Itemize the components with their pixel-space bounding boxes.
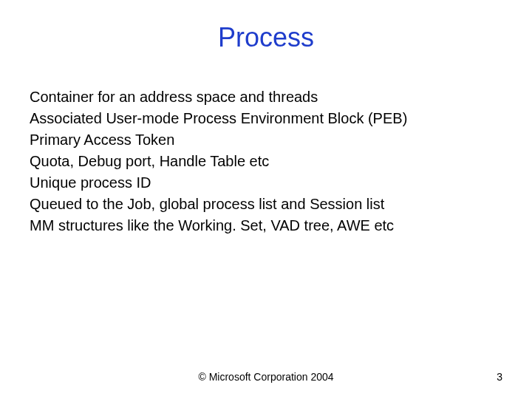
list-item: Associated User-mode Process Environment… <box>30 108 502 129</box>
page-number: 3 <box>497 371 502 383</box>
slide: Process Container for an address space a… <box>0 0 532 399</box>
bullet-list: Container for an address space and threa… <box>30 86 502 236</box>
list-item: Quota, Debug port, Handle Table etc <box>30 151 502 172</box>
slide-title: Process <box>30 22 502 53</box>
list-item: Container for an address space and threa… <box>30 86 502 108</box>
list-item: MM structures like the Working. Set, VAD… <box>30 215 502 236</box>
footer: © Microsoft Corporation 2004 3 <box>0 371 532 383</box>
copyright-text: © Microsoft Corporation 2004 <box>198 371 333 383</box>
list-item: Queued to the Job, global process list a… <box>30 194 502 215</box>
list-item: Primary Access Token <box>30 129 502 151</box>
list-item: Unique process ID <box>30 172 502 194</box>
